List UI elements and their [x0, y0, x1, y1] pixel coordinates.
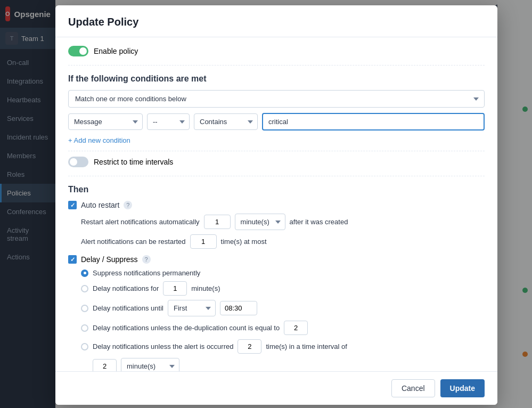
enable-policy-label: Enable policy: [94, 47, 138, 55]
suppress-permanently-label: Suppress notifications permanently: [93, 269, 200, 277]
delay-for-label: Delay notifications for: [93, 284, 159, 292]
interval-unit-select[interactable]: minute(s) hour(s) day(s): [121, 358, 179, 371]
interval-value-input[interactable]: [93, 359, 117, 371]
delay-suppress-section: Delay / Suppress ? Suppress notification…: [68, 255, 485, 371]
delay-for-radio[interactable]: [81, 285, 88, 292]
restrict-toggle[interactable]: [68, 157, 88, 167]
delay-unless-dedup-radio[interactable]: [81, 324, 88, 332]
add-condition-link[interactable]: + Add new condition: [68, 136, 130, 144]
restart-interval-unit-select[interactable]: minute(s) hour(s): [235, 214, 285, 230]
delay-suppress-label: Delay / Suppress: [81, 255, 138, 264]
delay-unless-occurred-suffix: time(s) in a time interval of: [266, 342, 347, 350]
suppress-permanently-radio[interactable]: [81, 270, 88, 277]
update-policy-modal: Update Policy Enable policy If the follo…: [55, 5, 497, 405]
restart-interval-row: Restart alert notifications automaticall…: [81, 214, 485, 230]
delay-unless-occurred-radio[interactable]: [81, 343, 88, 350]
delay-until-radio[interactable]: [81, 305, 88, 312]
delay-unless-dedup-row: Delay notifications unless the de-duplic…: [81, 321, 485, 335]
auto-restart-checkbox-row[interactable]: Auto restart ?: [68, 201, 485, 209]
then-label: Then: [68, 185, 485, 194]
delay-unless-occurred-input[interactable]: [238, 339, 261, 354]
modal-footer: Cancel Update: [55, 371, 497, 405]
cancel-button[interactable]: Cancel: [391, 379, 435, 397]
delay-until-label: Delay notifications until: [93, 304, 163, 312]
delay-for-input[interactable]: [163, 281, 187, 296]
condition-fields-row: Message -- Contains: [68, 113, 485, 130]
restrict-label: Restrict to time intervals: [94, 158, 173, 166]
delay-for-unit: minute(s): [191, 284, 220, 292]
restart-description: Restart alert notifications automaticall…: [81, 218, 200, 226]
then-section: Then Auto restart ? Restart alert notifi…: [68, 176, 485, 371]
max-times-input[interactable]: [190, 234, 217, 249]
delay-until-time-input[interactable]: [220, 301, 257, 315]
delay-until-row: Delay notifications until First Last: [81, 300, 485, 316]
update-button[interactable]: Update: [440, 379, 485, 397]
max-times-label: time(s) at most: [221, 238, 267, 246]
delay-unless-occurred-row: Delay notifications unless the alert is …: [81, 339, 485, 354]
delay-suppress-help-icon[interactable]: ?: [142, 255, 151, 264]
auto-restart-options: Restart alert notifications automaticall…: [81, 214, 485, 249]
enable-policy-toggle[interactable]: [68, 46, 88, 56]
interval-row: minute(s) hour(s) day(s): [93, 358, 485, 371]
suppress-permanently-row: Suppress notifications permanently: [81, 269, 485, 277]
condition-value-input[interactable]: [262, 113, 485, 130]
delay-unless-dedup-label: Delay notifications unless the de-duplic…: [93, 324, 280, 332]
match-dropdown[interactable]: Match one or more conditions below: [68, 90, 485, 108]
delay-suppress-options: Suppress notifications permanently Delay…: [81, 269, 485, 371]
delay-suppress-checkbox[interactable]: [68, 255, 77, 264]
restart-max-row: Alert notifications can be restarted tim…: [81, 234, 485, 249]
restart-interval-input[interactable]: [204, 215, 231, 229]
modal-body: Enable policy If the following condition…: [55, 37, 497, 371]
delay-for-row: Delay notifications for minute(s): [81, 281, 485, 296]
auto-restart-help-icon[interactable]: ?: [124, 201, 132, 209]
can-restart-label: Alert notifications can be restarted: [81, 238, 186, 246]
conditions-section: If the following conditions are met Matc…: [68, 74, 485, 167]
condition-operator-select[interactable]: --: [147, 113, 190, 130]
delay-unless-dedup-input[interactable]: [284, 321, 308, 335]
auto-restart-checkbox[interactable]: [68, 201, 77, 209]
delay-suppress-header: Delay / Suppress ?: [68, 255, 485, 264]
delay-unless-occurred-label: Delay notifications unless the alert is …: [93, 342, 233, 350]
enable-policy-row: Enable policy: [68, 46, 485, 66]
modal-title: Update Policy: [68, 16, 485, 28]
auto-restart-section: Auto restart ? Restart alert notificatio…: [68, 201, 485, 249]
delay-until-option-select[interactable]: First Last: [168, 300, 216, 316]
condition-field-select[interactable]: Message: [68, 113, 143, 130]
conditions-title: If the following conditions are met: [68, 74, 485, 84]
condition-comparator-select[interactable]: Contains: [194, 113, 258, 130]
restrict-row: Restrict to time intervals: [68, 151, 485, 167]
auto-restart-label: Auto restart: [81, 201, 119, 209]
match-condition-row: Match one or more conditions below: [68, 90, 485, 108]
restart-after-text: after it was created: [290, 218, 348, 226]
modal-header: Update Policy: [55, 5, 497, 37]
